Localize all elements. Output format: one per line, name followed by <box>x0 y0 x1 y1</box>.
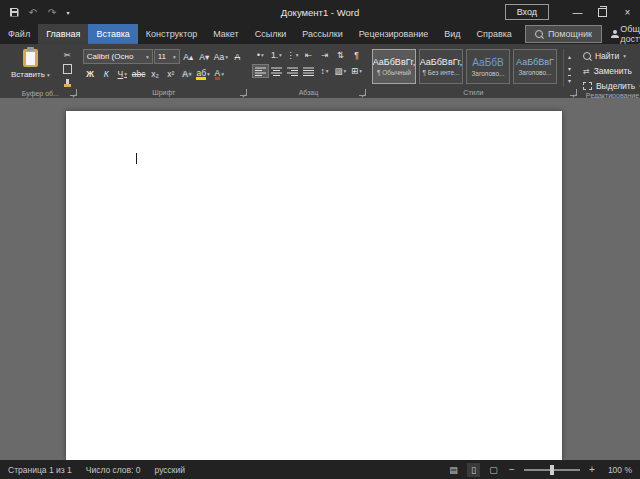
restore-button[interactable] <box>590 0 615 24</box>
shrink-font-button[interactable]: А▾ <box>197 51 212 63</box>
underline-icon: Ч <box>117 69 123 79</box>
undo-button[interactable]: ↶ <box>25 4 41 20</box>
font-size-combo[interactable]: 11▾ <box>154 49 180 64</box>
italic-button[interactable]: К <box>99 68 114 80</box>
tab-mailings[interactable]: Рассылки <box>294 24 350 44</box>
bold-button[interactable]: Ж <box>83 68 98 80</box>
paragraph-dialog-launcher[interactable] <box>359 89 366 96</box>
save-button[interactable] <box>6 4 22 20</box>
style-name: ¶ Обычный <box>377 69 411 76</box>
styles-dialog-launcher[interactable] <box>570 89 577 96</box>
align-center-button[interactable] <box>269 65 284 77</box>
style-no-spacing[interactable]: АаБбВвГг, ¶ Без инте... <box>419 49 463 84</box>
web-layout-button[interactable]: ▢ <box>487 463 500 477</box>
font-color-button[interactable]: А▾ <box>212 68 227 80</box>
sort-button[interactable]: ⇅ <box>333 49 348 61</box>
cut-button[interactable]: ✂ <box>60 49 75 61</box>
zoom-slider[interactable] <box>524 469 580 471</box>
superscript-button[interactable]: x² <box>163 68 178 80</box>
zoom-slider-thumb[interactable] <box>550 465 554 475</box>
font-group: Calibri (Осно▾ 11▾ А▴ А▾ Аа▾ А Ж К Ч▾ ab… <box>79 44 249 98</box>
replace-button[interactable]: ⇄ Заменить <box>583 65 640 77</box>
share-label: Общий доступ <box>620 24 640 44</box>
gallery-more-button[interactable]: ▾ <box>564 75 575 84</box>
clipboard-group-label: Буфер об... <box>6 89 75 98</box>
numbering-button[interactable]: 1.▾ <box>269 49 284 61</box>
select-button[interactable]: Выделить ▾ <box>583 80 640 92</box>
increase-indent-button[interactable]: ⇥ <box>317 49 332 61</box>
show-marks-button[interactable]: ¶ <box>349 49 364 61</box>
read-mode-button[interactable]: ▤ <box>447 463 460 477</box>
zoom-out-button[interactable]: − <box>507 464 517 475</box>
language-indicator[interactable]: русский <box>155 465 186 475</box>
bullets-button[interactable]: •▾ <box>253 49 268 61</box>
style-preview: АаБбВвГг, <box>420 57 463 67</box>
format-painter-button[interactable] <box>60 77 75 89</box>
style-heading2[interactable]: АаБбВвГ Заголово... <box>513 49 557 84</box>
zoom-in-button[interactable]: + <box>587 464 597 475</box>
print-layout-button[interactable]: ▯ <box>467 463 480 477</box>
tab-view[interactable]: Вид <box>436 24 468 44</box>
ribbon-tab-bar: Файл Главная Вставка Конструктор Макет С… <box>0 24 640 44</box>
share-button[interactable]: Общий доступ <box>602 24 640 44</box>
tab-home[interactable]: Главная <box>38 24 88 44</box>
ribbon: Вставить▾ ✂ Буфер об... Calibri (Осно▾ 1… <box>0 44 640 98</box>
text-effects-button[interactable]: А▾ <box>179 68 194 80</box>
paste-button[interactable]: Вставить▾ <box>6 48 55 89</box>
align-left-button[interactable] <box>253 65 268 77</box>
tab-layout[interactable]: Макет <box>205 24 246 44</box>
style-normal[interactable]: АаБбВвГг, ¶ Обычный <box>372 49 416 84</box>
change-case-button[interactable]: Аа▾ <box>213 51 229 63</box>
qat-customize-button[interactable]: ▾ <box>63 4 73 20</box>
tab-help[interactable]: Справка <box>469 24 520 44</box>
multilevel-list-button[interactable]: ⋮▾ <box>285 49 300 61</box>
line-spacing-icon: ↕ <box>320 66 324 76</box>
font-dialog-launcher[interactable] <box>240 89 247 96</box>
document-page[interactable] <box>66 111 562 460</box>
font-name-combo[interactable]: Calibri (Осно▾ <box>83 49 153 64</box>
style-preview: АаБбВ <box>472 57 503 68</box>
multilevel-list-icon: ⋮ <box>286 50 295 60</box>
word-count[interactable]: Число слов: 0 <box>86 465 141 475</box>
copy-button[interactable] <box>60 63 75 75</box>
close-button[interactable]: × <box>615 0 640 24</box>
strikethrough-button[interactable]: abc <box>131 68 147 80</box>
line-spacing-button[interactable]: ↕▾ <box>317 65 332 77</box>
grow-font-button[interactable]: А▴ <box>181 51 196 63</box>
redo-button[interactable]: ↷ <box>44 4 60 20</box>
decrease-indent-button[interactable]: ⇤ <box>301 49 316 61</box>
clipboard-small-buttons: ✂ <box>60 48 75 89</box>
clear-formatting-button[interactable]: А <box>230 51 245 63</box>
shading-button[interactable]: ▨▾ <box>333 65 348 77</box>
chevron-down-icon: ▾ <box>344 68 347 74</box>
page-indicator[interactable]: Страница 1 из 1 <box>8 465 72 475</box>
gallery-down-button[interactable]: ▾ <box>564 64 575 73</box>
tab-design[interactable]: Конструктор <box>138 24 205 44</box>
zoom-level[interactable]: 100 % <box>604 465 632 475</box>
font-color-icon: А <box>215 69 221 80</box>
underline-button[interactable]: Ч▾ <box>115 68 130 80</box>
tab-review[interactable]: Рецензирование <box>351 24 437 44</box>
highlight-button[interactable]: аб▾ <box>195 68 210 80</box>
gallery-up-button[interactable]: ▴ <box>564 52 575 61</box>
quick-access-toolbar: ↶ ↷ ▾ <box>0 4 73 20</box>
document-area[interactable] <box>0 98 640 460</box>
subscript-button[interactable]: x₂ <box>147 68 162 80</box>
clipboard-dialog-launcher[interactable] <box>70 89 77 96</box>
align-right-button[interactable] <box>285 65 300 77</box>
tab-assistant[interactable]: Помощник <box>525 25 602 43</box>
minimize-button[interactable]: — <box>565 0 590 24</box>
chevron-down-icon: ▾ <box>221 71 224 77</box>
tab-file[interactable]: Файл <box>0 24 38 44</box>
font-size-value: 11 <box>158 52 166 61</box>
sign-in-button[interactable]: Вход <box>505 4 549 20</box>
find-button[interactable]: Найти ▾ <box>583 50 640 62</box>
tab-insert[interactable]: Вставка <box>88 24 137 44</box>
justify-button[interactable] <box>301 65 316 77</box>
restore-icon <box>598 8 607 17</box>
style-name: ¶ Без инте... <box>422 69 459 76</box>
style-heading1[interactable]: АаБбВ Заголово... <box>466 49 510 84</box>
text-cursor <box>136 153 137 164</box>
borders-button[interactable]: ⊞▾ <box>349 65 364 77</box>
tab-references[interactable]: Ссылки <box>247 24 295 44</box>
